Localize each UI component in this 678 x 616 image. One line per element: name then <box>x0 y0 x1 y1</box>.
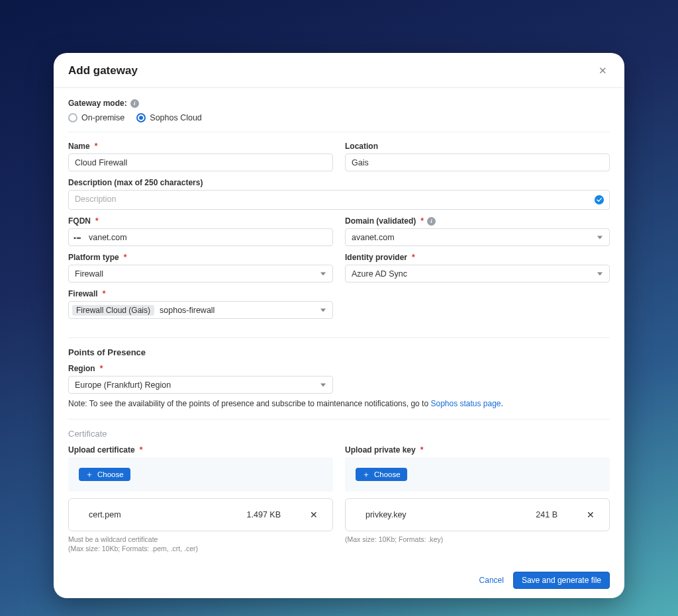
choose-key-button[interactable]: ＋ Choose <box>356 468 407 481</box>
modal-title: Add gateway <box>68 64 138 77</box>
certificate-heading: Certificate <box>68 429 610 439</box>
identity-provider-label: Identity provider* <box>345 253 610 262</box>
required-icon: * <box>140 445 143 455</box>
radio-on-premise-label: On-premise <box>81 113 124 122</box>
required-icon: * <box>95 142 98 151</box>
firewall-tag[interactable]: Firewall Cloud (Gais) <box>72 305 154 316</box>
key-file-card: privkey.key 241 B ✕ <box>345 498 610 531</box>
choose-cert-button[interactable]: ＋ Choose <box>79 468 130 481</box>
firewall-extra-text: sophos-firewall <box>160 306 215 315</box>
radio-sophos-cloud-indicator <box>136 113 146 122</box>
required-icon: * <box>420 216 424 226</box>
chevron-down-icon <box>597 272 603 275</box>
name-input[interactable]: Cloud Firewall <box>68 154 333 171</box>
remove-cert-icon[interactable]: ✕ <box>307 509 323 520</box>
divider <box>68 132 610 132</box>
save-generate-button[interactable]: Save and generate file <box>513 572 610 589</box>
add-gateway-modal: Add gateway ✕ Gateway mode: i On-premise… <box>54 53 624 598</box>
chevron-down-icon <box>320 383 326 386</box>
description-input[interactable]: Description <box>68 190 610 210</box>
modal-footer: Cancel Save and generate file <box>54 566 624 598</box>
location-input[interactable]: Gais <box>345 154 610 171</box>
radio-on-premise[interactable]: On-premise <box>68 113 124 122</box>
platform-type-select[interactable]: Firewall <box>68 265 333 283</box>
close-icon[interactable]: ✕ <box>596 64 610 78</box>
cert-file-name: cert.pem <box>78 510 247 519</box>
remove-key-icon[interactable]: ✕ <box>584 509 600 520</box>
key-file-name: privkey.key <box>355 510 536 519</box>
required-icon: * <box>100 364 103 373</box>
fqdn-label: FQDN* <box>68 216 333 226</box>
cert-hint: Must be a wildcard certificate (Max size… <box>68 535 333 553</box>
description-label: Description (max of 250 characters) <box>68 178 610 187</box>
identity-provider-select[interactable]: Azure AD Sync <box>345 265 610 283</box>
info-icon[interactable]: i <box>427 217 436 226</box>
gateway-mode-section: Gateway mode: i On-premise Sophos Cloud <box>68 99 610 122</box>
divider <box>68 337 610 338</box>
plus-icon: ＋ <box>362 470 370 478</box>
modal-header: Add gateway ✕ <box>54 53 624 88</box>
firewall-select[interactable]: Firewall Cloud (Gais) sophos-firewall <box>68 301 333 319</box>
divider <box>68 419 610 419</box>
region-select[interactable]: Europe (Frankfurt) Region <box>68 376 333 394</box>
key-hint: (Max size: 10Kb; Formats: .key) <box>345 535 610 544</box>
key-file-size: 241 B <box>536 510 584 519</box>
upload-cert-zone: ＋ Choose <box>68 457 333 492</box>
chevron-down-icon <box>320 272 326 275</box>
chevron-down-icon <box>597 236 603 239</box>
pop-note: Note: To see the availability of the poi… <box>68 399 610 408</box>
status-page-link[interactable]: Sophos status page <box>430 399 501 408</box>
info-icon[interactable]: i <box>130 99 139 108</box>
radio-sophos-cloud[interactable]: Sophos Cloud <box>136 113 202 122</box>
gateway-mode-label-text: Gateway mode: <box>68 99 127 108</box>
radio-on-premise-indicator <box>68 113 77 122</box>
description-placeholder: Description <box>75 195 587 204</box>
cancel-button[interactable]: Cancel <box>479 576 504 585</box>
fqdn-input[interactable]: vanet.com <box>68 228 333 246</box>
chevron-down-icon <box>320 308 326 312</box>
pop-heading: Points of Presence <box>68 347 610 357</box>
firewall-label: Firewall* <box>68 289 333 298</box>
check-icon <box>595 195 604 204</box>
location-label: Location <box>345 142 610 151</box>
name-label: Name* <box>68 142 333 151</box>
mask-icon: ▪▫▪▪ <box>73 234 80 241</box>
required-icon: * <box>103 289 106 298</box>
cert-file-size: 1.497 KB <box>247 510 307 519</box>
upload-key-label: Upload private key* <box>345 445 610 455</box>
radio-sophos-cloud-label: Sophos Cloud <box>150 113 202 122</box>
modal-body: Gateway mode: i On-premise Sophos Cloud … <box>54 88 624 566</box>
region-label: Region* <box>68 364 333 373</box>
plus-icon: ＋ <box>85 470 93 478</box>
required-icon: * <box>420 445 424 455</box>
required-icon: * <box>95 216 99 226</box>
domain-select[interactable]: avanet.com <box>345 228 610 246</box>
domain-label: Domain (validated)* i <box>345 216 610 226</box>
gateway-mode-label: Gateway mode: i <box>68 99 139 108</box>
upload-cert-label: Upload certificate* <box>68 445 333 455</box>
upload-key-zone: ＋ Choose <box>345 457 610 492</box>
required-icon: * <box>124 253 127 262</box>
cert-file-card: cert.pem 1.497 KB ✕ <box>68 498 333 531</box>
gateway-mode-radios: On-premise Sophos Cloud <box>68 113 610 122</box>
required-icon: * <box>412 253 415 262</box>
platform-type-label: Platform type* <box>68 253 333 262</box>
